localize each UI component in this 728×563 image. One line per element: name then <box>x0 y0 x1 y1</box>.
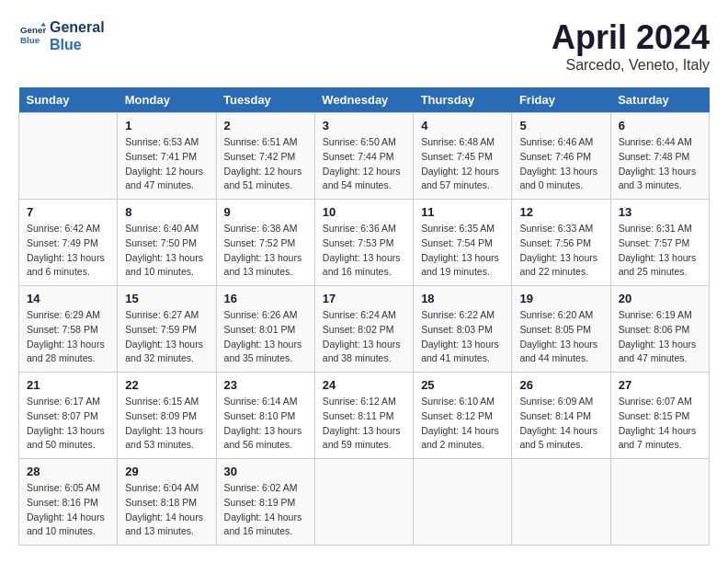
logo: General Blue General Blue <box>18 18 105 53</box>
calendar-cell: 12Sunrise: 6:33 AMSunset: 7:56 PMDayligh… <box>512 200 610 286</box>
logo-blue: Blue <box>50 36 105 53</box>
day-number: 10 <box>323 205 405 219</box>
calendar-cell: 5Sunrise: 6:46 AMSunset: 7:46 PMDaylight… <box>512 113 610 200</box>
day-number: 30 <box>224 465 307 478</box>
day-number: 25 <box>421 378 504 392</box>
calendar-cell <box>19 113 118 200</box>
calendar-header-row: SundayMondayTuesdayWednesdayThursdayFrid… <box>19 87 710 113</box>
calendar-cell: 29Sunrise: 6:04 AMSunset: 8:18 PMDayligh… <box>118 459 216 546</box>
day-info: Sunrise: 6:42 AMSunset: 7:49 PMDaylight:… <box>27 222 109 280</box>
calendar-table: SundayMondayTuesdayWednesdayThursdayFrid… <box>18 87 710 546</box>
logo-general: General <box>50 18 105 36</box>
calendar-cell <box>414 459 512 546</box>
day-info: Sunrise: 6:17 AMSunset: 8:07 PMDaylight:… <box>27 395 109 453</box>
header-monday: Monday <box>118 87 216 113</box>
calendar-week-1: 1Sunrise: 6:53 AMSunset: 7:41 PMDaylight… <box>19 113 710 200</box>
day-number: 15 <box>125 292 208 305</box>
day-number: 8 <box>125 205 208 219</box>
day-number: 16 <box>224 292 307 305</box>
calendar-cell: 11Sunrise: 6:35 AMSunset: 7:54 PMDayligh… <box>414 200 512 286</box>
day-info: Sunrise: 6:10 AMSunset: 8:12 PMDaylight:… <box>421 395 504 453</box>
day-info: Sunrise: 6:51 AMSunset: 7:42 PMDaylight:… <box>224 135 307 193</box>
day-info: Sunrise: 6:15 AMSunset: 8:09 PMDaylight:… <box>125 395 208 453</box>
day-number: 11 <box>421 205 504 219</box>
day-info: Sunrise: 6:12 AMSunset: 8:11 PMDaylight:… <box>323 395 405 453</box>
calendar-cell: 1Sunrise: 6:53 AMSunset: 7:41 PMDaylight… <box>118 113 216 200</box>
day-info: Sunrise: 6:31 AMSunset: 7:57 PMDaylight:… <box>619 222 701 280</box>
calendar-cell <box>314 459 413 546</box>
calendar-cell: 17Sunrise: 6:24 AMSunset: 8:02 PMDayligh… <box>314 286 413 373</box>
day-info: Sunrise: 6:09 AMSunset: 8:14 PMDaylight:… <box>519 395 602 453</box>
day-info: Sunrise: 6:14 AMSunset: 8:10 PMDaylight:… <box>224 395 307 453</box>
day-info: Sunrise: 6:22 AMSunset: 8:03 PMDaylight:… <box>421 308 504 366</box>
calendar-week-4: 21Sunrise: 6:17 AMSunset: 8:07 PMDayligh… <box>19 373 710 459</box>
calendar-cell: 13Sunrise: 6:31 AMSunset: 7:57 PMDayligh… <box>610 200 709 286</box>
calendar-cell: 22Sunrise: 6:15 AMSunset: 8:09 PMDayligh… <box>118 373 216 459</box>
day-number: 6 <box>619 119 701 132</box>
day-info: Sunrise: 6:19 AMSunset: 8:06 PMDaylight:… <box>619 308 701 366</box>
calendar-week-5: 28Sunrise: 6:05 AMSunset: 8:16 PMDayligh… <box>19 459 710 546</box>
calendar-cell: 15Sunrise: 6:27 AMSunset: 7:59 PMDayligh… <box>118 286 216 373</box>
day-number: 19 <box>519 292 602 305</box>
day-info: Sunrise: 6:07 AMSunset: 8:15 PMDaylight:… <box>619 395 701 453</box>
day-number: 22 <box>125 378 208 392</box>
calendar-cell: 6Sunrise: 6:44 AMSunset: 7:48 PMDaylight… <box>610 113 709 200</box>
calendar-cell: 23Sunrise: 6:14 AMSunset: 8:10 PMDayligh… <box>216 373 314 459</box>
day-info: Sunrise: 6:05 AMSunset: 8:16 PMDaylight:… <box>27 481 109 539</box>
day-number: 1 <box>125 119 208 132</box>
page-header: General Blue General Blue April 2024 Sar… <box>18 18 710 74</box>
day-number: 23 <box>224 378 307 392</box>
calendar-week-3: 14Sunrise: 6:29 AMSunset: 7:58 PMDayligh… <box>19 286 710 373</box>
day-info: Sunrise: 6:40 AMSunset: 7:50 PMDaylight:… <box>125 222 208 280</box>
day-number: 5 <box>519 119 602 132</box>
calendar-cell: 8Sunrise: 6:40 AMSunset: 7:50 PMDaylight… <box>118 200 216 286</box>
day-number: 20 <box>619 292 701 305</box>
calendar-cell: 4Sunrise: 6:48 AMSunset: 7:45 PMDaylight… <box>414 113 512 200</box>
day-info: Sunrise: 6:26 AMSunset: 8:01 PMDaylight:… <box>224 308 307 366</box>
day-info: Sunrise: 6:38 AMSunset: 7:52 PMDaylight:… <box>224 222 307 280</box>
calendar-cell: 3Sunrise: 6:50 AMSunset: 7:44 PMDaylight… <box>314 113 413 200</box>
calendar-week-2: 7Sunrise: 6:42 AMSunset: 7:49 PMDaylight… <box>19 200 710 286</box>
calendar-cell <box>610 459 709 546</box>
day-number: 14 <box>27 292 109 305</box>
day-info: Sunrise: 6:29 AMSunset: 7:58 PMDaylight:… <box>27 308 109 366</box>
calendar-cell: 21Sunrise: 6:17 AMSunset: 8:07 PMDayligh… <box>19 373 118 459</box>
header-thursday: Thursday <box>414 87 512 113</box>
month-title: April 2024 <box>552 18 710 57</box>
svg-text:Blue: Blue <box>20 35 40 45</box>
calendar-cell: 26Sunrise: 6:09 AMSunset: 8:14 PMDayligh… <box>512 373 610 459</box>
day-number: 4 <box>421 119 504 132</box>
day-info: Sunrise: 6:35 AMSunset: 7:54 PMDaylight:… <box>421 222 504 280</box>
day-number: 12 <box>519 205 602 219</box>
calendar-cell: 20Sunrise: 6:19 AMSunset: 8:06 PMDayligh… <box>610 286 709 373</box>
calendar-cell: 18Sunrise: 6:22 AMSunset: 8:03 PMDayligh… <box>414 286 512 373</box>
calendar-cell: 25Sunrise: 6:10 AMSunset: 8:12 PMDayligh… <box>414 373 512 459</box>
day-number: 26 <box>519 378 602 392</box>
day-number: 29 <box>125 465 208 478</box>
calendar-cell: 19Sunrise: 6:20 AMSunset: 8:05 PMDayligh… <box>512 286 610 373</box>
calendar-cell: 7Sunrise: 6:42 AMSunset: 7:49 PMDaylight… <box>19 200 118 286</box>
calendar-cell: 24Sunrise: 6:12 AMSunset: 8:11 PMDayligh… <box>314 373 413 459</box>
day-info: Sunrise: 6:20 AMSunset: 8:05 PMDaylight:… <box>519 308 602 366</box>
day-info: Sunrise: 6:44 AMSunset: 7:48 PMDaylight:… <box>619 135 701 193</box>
header-tuesday: Tuesday <box>216 87 314 113</box>
header-wednesday: Wednesday <box>314 87 413 113</box>
day-number: 13 <box>619 205 701 219</box>
day-info: Sunrise: 6:50 AMSunset: 7:44 PMDaylight:… <box>323 135 405 193</box>
calendar-cell: 27Sunrise: 6:07 AMSunset: 8:15 PMDayligh… <box>610 373 709 459</box>
calendar-cell: 28Sunrise: 6:05 AMSunset: 8:16 PMDayligh… <box>19 459 118 546</box>
day-number: 7 <box>27 205 109 219</box>
day-info: Sunrise: 6:48 AMSunset: 7:45 PMDaylight:… <box>421 135 504 193</box>
day-info: Sunrise: 6:02 AMSunset: 8:19 PMDaylight:… <box>224 481 307 539</box>
calendar-cell <box>512 459 610 546</box>
location: Sarcedo, Veneto, Italy <box>552 57 710 74</box>
day-info: Sunrise: 6:04 AMSunset: 8:18 PMDaylight:… <box>125 481 208 539</box>
header-sunday: Sunday <box>19 87 118 113</box>
day-number: 9 <box>224 205 307 219</box>
day-info: Sunrise: 6:27 AMSunset: 7:59 PMDaylight:… <box>125 308 208 366</box>
day-number: 2 <box>224 119 307 132</box>
day-info: Sunrise: 6:36 AMSunset: 7:53 PMDaylight:… <box>323 222 405 280</box>
day-number: 28 <box>27 465 109 478</box>
calendar-cell: 14Sunrise: 6:29 AMSunset: 7:58 PMDayligh… <box>19 286 118 373</box>
day-number: 17 <box>323 292 405 305</box>
